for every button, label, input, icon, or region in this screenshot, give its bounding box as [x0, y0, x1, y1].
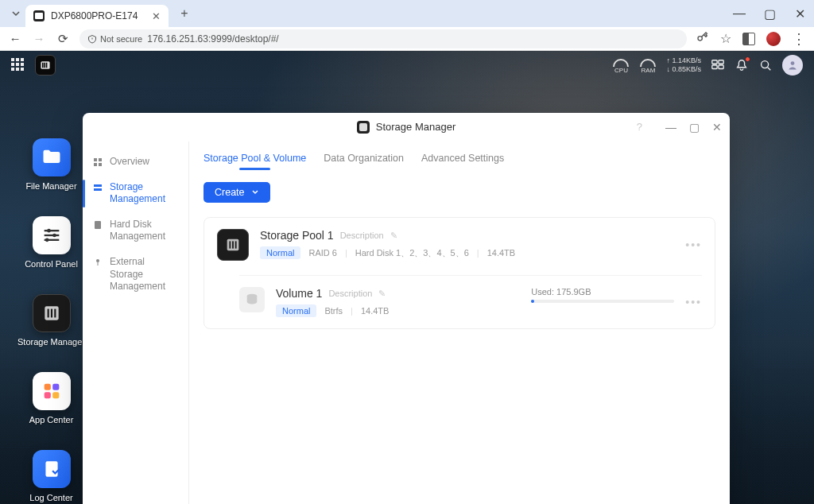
- svg-point-11: [791, 61, 795, 65]
- user-avatar[interactable]: [782, 55, 803, 76]
- storage-pool-card: Storage Pool 1 Description ✎ Normal RAID…: [204, 217, 715, 329]
- svg-point-10: [762, 61, 769, 68]
- svg-point-15: [52, 234, 56, 238]
- log-icon: [33, 450, 71, 488]
- pool-more-icon[interactable]: •••: [685, 238, 702, 251]
- browser-tab[interactable]: DXP6800PRO-E174 ✕: [25, 5, 169, 27]
- svg-rect-34: [95, 221, 101, 229]
- svg-rect-6: [712, 60, 717, 64]
- not-secure-badge: Not secure: [87, 34, 142, 44]
- win-maximize-icon[interactable]: ▢: [689, 121, 700, 134]
- desktop-dock: File Manager Control Panel Storage Manag…: [17, 138, 85, 502]
- pool-disks: Hard Disk 1、2、3、4、5、6: [355, 247, 469, 259]
- sidebar-item-hard-disk[interactable]: Hard Disk Management: [83, 212, 188, 250]
- svg-rect-23: [52, 384, 59, 390]
- tab-data-organization[interactable]: Data Organization: [324, 149, 404, 170]
- volume-more-icon[interactable]: •••: [685, 296, 702, 308]
- volume-usage: Used: 175.9GB: [531, 287, 674, 303]
- disk-icon: [92, 219, 103, 231]
- svg-rect-26: [45, 461, 57, 477]
- volume-fs: Btrfs: [324, 306, 343, 316]
- window-close-icon[interactable]: ✕: [792, 6, 808, 21]
- edit-icon[interactable]: ✎: [378, 289, 386, 299]
- tabs-row: Storage Pool & Volume Data Organization …: [204, 142, 715, 171]
- volume-name: Volume 1: [276, 287, 322, 300]
- drive-bay-icon: [217, 229, 249, 261]
- window-title: Storage Manager: [376, 121, 455, 133]
- svg-rect-8: [712, 65, 717, 69]
- dock-app-center[interactable]: App Center: [17, 372, 85, 425]
- pool-status-badge: Normal: [260, 246, 300, 259]
- tab-title: DXP6800PRO-E174: [51, 10, 145, 21]
- dashboard-icon[interactable]: [711, 58, 725, 72]
- nav-back-icon[interactable]: ←: [8, 32, 22, 45]
- svg-rect-24: [44, 392, 50, 398]
- tab-close-icon[interactable]: ✕: [152, 10, 161, 22]
- dock-control-panel[interactable]: Control Panel: [17, 216, 85, 269]
- tab-advanced-settings[interactable]: Advanced Settings: [421, 149, 504, 170]
- sidebar-item-overview[interactable]: Overview: [83, 149, 188, 175]
- sidebar-item-external-storage[interactable]: External Storage Management: [83, 250, 188, 300]
- desktop-topbar: CPU RAM ↑ 1.14KB/s ↓ 0.85KB/s: [0, 51, 814, 79]
- pool-name: Storage Pool 1: [260, 229, 334, 242]
- key-icon[interactable]: [696, 31, 709, 47]
- svg-rect-7: [719, 60, 723, 64]
- pool-row[interactable]: Storage Pool 1 Description ✎ Normal RAID…: [217, 229, 702, 261]
- folder-icon: [33, 138, 71, 176]
- volume-description-label: Description: [328, 289, 372, 298]
- extensions-icon[interactable]: [742, 33, 755, 45]
- volume-row[interactable]: Volume 1 Description ✎ Normal Btrfs | 14…: [239, 275, 702, 317]
- svg-rect-5: [46, 63, 48, 68]
- svg-rect-33: [94, 188, 102, 191]
- create-button[interactable]: Create: [204, 182, 270, 203]
- overview-icon: [92, 157, 103, 168]
- win-minimize-icon[interactable]: —: [665, 121, 676, 134]
- brand-icon[interactable]: [35, 55, 56, 76]
- profile-avatar-icon[interactable]: [766, 32, 781, 46]
- tab-favicon-icon: [33, 10, 45, 21]
- bookmark-icon[interactable]: ☆: [720, 31, 731, 46]
- edit-icon[interactable]: ✎: [390, 231, 397, 241]
- nav-forward-icon[interactable]: →: [32, 32, 46, 45]
- window-main: Storage Pool & Volume Data Organization …: [189, 142, 730, 504]
- url-bar[interactable]: Not secure 176.16.251.63:9999/desktop/#/: [79, 29, 687, 48]
- dock-storage-manager[interactable]: Storage Manager: [17, 294, 85, 347]
- volume-usage-bar: [531, 300, 674, 303]
- tab-storage-pool-volume[interactable]: Storage Pool & Volume: [204, 149, 306, 170]
- pool-capacity: 14.4TB: [487, 248, 515, 258]
- pool-raid: RAID 6: [308, 248, 336, 258]
- dock-log-center[interactable]: Log Center: [17, 450, 85, 502]
- browser-tabbar: DXP6800PRO-E174 ✕ + — ▢ ✕: [0, 0, 814, 27]
- volume-icon: [239, 287, 265, 312]
- svg-point-1: [698, 36, 702, 40]
- network-stats: ↑ 1.14KB/s ↓ 0.85KB/s: [666, 56, 701, 74]
- ram-gauge: RAM: [639, 57, 657, 74]
- svg-rect-4: [44, 63, 45, 68]
- win-close-icon[interactable]: ✕: [712, 121, 722, 134]
- url-text: 176.16.251.63:9999/desktop/#/: [147, 33, 278, 45]
- drive-bay-icon: [33, 294, 71, 332]
- dock-file-manager[interactable]: File Manager: [17, 138, 85, 191]
- help-icon[interactable]: ?: [637, 121, 642, 133]
- svg-rect-39: [235, 241, 237, 248]
- volume-capacity: 14.4TB: [361, 306, 389, 316]
- sliders-icon: [33, 216, 71, 254]
- new-tab-button[interactable]: +: [175, 6, 194, 21]
- tab-dropdown[interactable]: [6, 4, 25, 23]
- svg-rect-21: [54, 309, 56, 318]
- window-minimize-icon[interactable]: —: [731, 6, 747, 21]
- usb-icon: [92, 257, 103, 268]
- apps-launcher-icon[interactable]: [11, 58, 25, 72]
- window-maximize-icon[interactable]: ▢: [762, 6, 777, 21]
- notifications-icon[interactable]: [735, 58, 749, 72]
- sidebar-item-storage-management[interactable]: Storage Management: [83, 175, 188, 212]
- svg-rect-29: [99, 158, 102, 161]
- svg-rect-19: [47, 309, 48, 318]
- svg-rect-20: [50, 309, 52, 318]
- search-icon[interactable]: [758, 58, 773, 72]
- browser-menu-icon[interactable]: ⋮: [792, 35, 806, 43]
- svg-rect-31: [99, 163, 102, 166]
- window-titlebar[interactable]: Storage Manager ? — ▢ ✕: [83, 113, 730, 142]
- nav-reload-icon[interactable]: ⟳: [56, 32, 70, 46]
- svg-rect-28: [94, 158, 97, 161]
